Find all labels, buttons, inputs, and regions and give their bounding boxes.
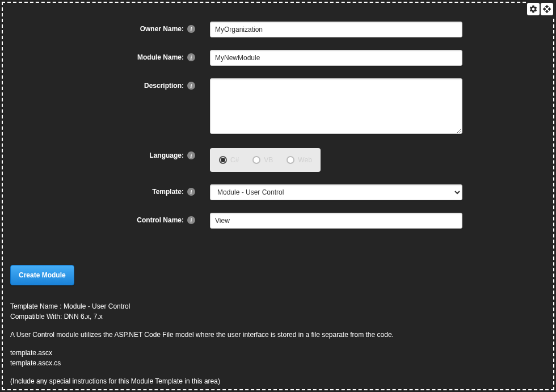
info-icon[interactable]: i: [187, 25, 195, 33]
radio-label: Web: [298, 156, 311, 164]
radio-icon: [252, 156, 260, 164]
template-description-text: A User Control module utilizes the ASP.N…: [10, 330, 547, 340]
module-name-row: Module Name: i: [9, 50, 547, 66]
label-text: Owner Name:: [140, 25, 184, 33]
radio-icon: [219, 156, 227, 164]
language-row: Language: i C# VB Web: [9, 148, 547, 172]
template-label: Template: i: [9, 184, 199, 196]
module-form: Owner Name: i Module Name: i Description…: [9, 22, 547, 229]
language-label: Language: i: [9, 148, 199, 159]
info-icon[interactable]: i: [187, 151, 195, 159]
settings-icon[interactable]: [527, 3, 540, 15]
info-icon[interactable]: i: [187, 188, 195, 196]
template-instructions-note: (Include any special instructions for th…: [10, 376, 547, 386]
template-select[interactable]: Module - User Control: [210, 184, 462, 200]
control-name-input[interactable]: [210, 213, 462, 229]
control-name-label: Control Name: i: [9, 213, 199, 224]
radio-label: VB: [264, 156, 273, 164]
language-radio-group: C# VB Web: [210, 148, 321, 172]
info-icon[interactable]: i: [187, 82, 195, 90]
template-file-2: template.ascx.cs: [10, 358, 547, 368]
module-panel: Owner Name: i Module Name: i Description…: [2, 2, 554, 390]
info-icon[interactable]: i: [187, 53, 195, 61]
language-option-web[interactable]: Web: [287, 156, 311, 164]
template-info: Template Name : Module - User Control Co…: [10, 301, 547, 386]
control-name-row: Control Name: i: [9, 213, 547, 229]
label-text: Description:: [144, 82, 184, 90]
owner-name-label: Owner Name: i: [9, 22, 199, 33]
owner-name-row: Owner Name: i: [9, 22, 547, 37]
description-label: Description: i: [9, 78, 199, 90]
radio-icon: [287, 156, 294, 164]
module-name-label: Module Name: i: [9, 50, 199, 61]
info-icon[interactable]: i: [187, 216, 195, 224]
radio-label: C#: [230, 156, 239, 164]
template-row: Template: i Module - User Control: [9, 184, 547, 200]
label-text: Module Name:: [137, 53, 184, 61]
panel-actions: [526, 2, 554, 16]
module-name-input[interactable]: [210, 50, 462, 66]
move-icon[interactable]: [541, 3, 553, 15]
description-row: Description: i: [9, 78, 547, 136]
description-input[interactable]: [210, 78, 462, 134]
language-option-vb[interactable]: VB: [252, 156, 273, 164]
template-name-text: Template Name : Module - User Control: [10, 301, 547, 311]
template-file-1: template.ascx: [10, 348, 547, 358]
owner-name-input[interactable]: [210, 22, 462, 37]
create-module-button[interactable]: Create Module: [10, 265, 74, 285]
label-text: Control Name:: [137, 216, 184, 224]
compatible-with-text: Compatible With: DNN 6.x, 7.x: [10, 311, 547, 322]
label-text: Template:: [152, 188, 184, 196]
language-option-csharp[interactable]: C#: [219, 156, 239, 164]
label-text: Language:: [149, 151, 184, 159]
